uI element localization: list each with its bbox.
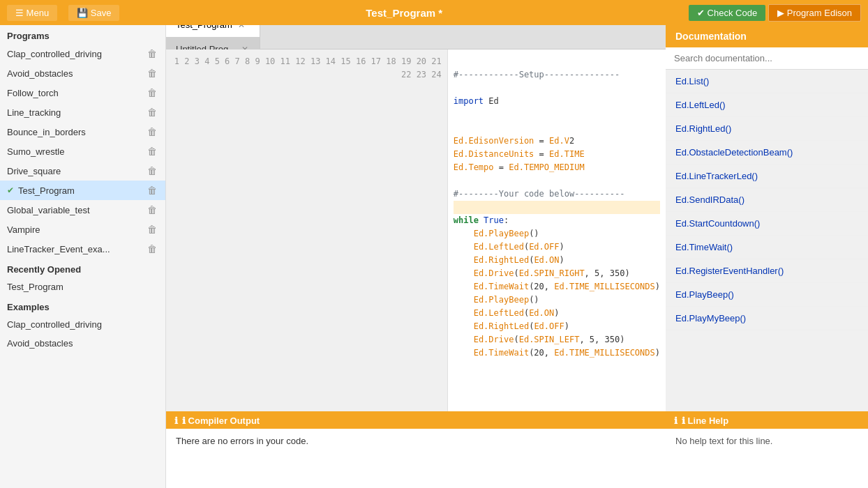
examples-header: Examples bbox=[0, 296, 165, 315]
program-name: Vampire bbox=[7, 224, 40, 235]
examples-list: Clap_controlled_drivingAvoid_obstacles bbox=[0, 315, 165, 353]
sidebar-item-program[interactable]: Vampire 🗑 bbox=[0, 220, 165, 239]
editor-main: 1 2 3 4 5 6 7 8 9 10 11 12 13 14 15 16 1… bbox=[166, 49, 666, 488]
sidebar-item-label: Avoid_obstacles bbox=[7, 68, 73, 79]
sidebar-item-label: LineTracker_Event_exa... bbox=[7, 244, 110, 254]
delete-button[interactable]: 🗑 bbox=[146, 146, 158, 157]
program-name: Line_tracking bbox=[7, 107, 61, 118]
sidebar-item-label: Global_variable_test bbox=[7, 205, 90, 215]
delete-button[interactable]: 🗑 bbox=[146, 87, 158, 98]
sidebar-item-program[interactable]: Avoid_obstacles 🗑 bbox=[0, 63, 165, 83]
tab-close-button[interactable]: ✕ bbox=[237, 25, 246, 30]
topbar: ☰ Menu 💾 Save Test_Program * ✔ Check Cod… bbox=[0, 0, 868, 25]
sidebar-item-program[interactable]: Drive_square 🗑 bbox=[0, 161, 165, 181]
sidebar-item-program[interactable]: Follow_torch 🗑 bbox=[0, 83, 165, 102]
delete-button[interactable]: 🗑 bbox=[146, 204, 158, 215]
run-button[interactable]: ▶ Program Edison bbox=[768, 4, 861, 22]
delete-button[interactable]: 🗑 bbox=[146, 185, 158, 196]
sidebar-item-label: Line_tracking bbox=[7, 107, 61, 118]
example-name: Clap_controlled_driving bbox=[7, 319, 102, 330]
compiler-header-label: ℹ Compiler Output bbox=[182, 415, 260, 426]
program-name: Avoid_obstacles bbox=[7, 68, 73, 79]
delete-button[interactable]: 🗑 bbox=[146, 68, 158, 79]
program-title: Test_Program * bbox=[366, 7, 442, 19]
sidebar-item-example[interactable]: Avoid_obstacles bbox=[0, 334, 165, 353]
sidebar-item-program[interactable]: LineTracker_Event_exa... 🗑 bbox=[0, 239, 165, 259]
documentation-item[interactable]: Ed.LineTrackerLed() bbox=[666, 165, 868, 188]
main-layout: Programs Clap_controlled_driving 🗑 Avoid… bbox=[0, 25, 868, 488]
sidebar-item-label: Follow_torch bbox=[7, 88, 59, 98]
documentation-item[interactable]: Ed.List() bbox=[666, 70, 868, 93]
sidebar: Programs Clap_controlled_driving 🗑 Avoid… bbox=[0, 25, 166, 488]
sidebar-item-program[interactable]: Line_tracking 🗑 bbox=[0, 102, 165, 122]
line-numbers: 1 2 3 4 5 6 7 8 9 10 11 12 13 14 15 16 1… bbox=[166, 49, 448, 411]
program-name: LineTracker_Event_exa... bbox=[7, 244, 110, 254]
documentation-panel: Documentation Ed.List()Ed.LeftLed()Ed.Ri… bbox=[666, 25, 868, 411]
documentation-search[interactable] bbox=[666, 47, 868, 70]
editor-area: Test_Program ✕ Untitled Prog... ✕ 1 2 3 … bbox=[166, 25, 666, 488]
compiler-header: ℹ ℹ Compiler Output bbox=[166, 413, 666, 429]
documentation-list: Ed.List()Ed.LeftLed()Ed.RightLed()Ed.Obs… bbox=[666, 70, 868, 411]
documentation-item[interactable]: Ed.LeftLed() bbox=[666, 93, 868, 117]
sidebar-item-label: Sumo_wrestle bbox=[7, 146, 64, 157]
delete-button[interactable]: 🗑 bbox=[146, 243, 158, 254]
compiler-body: There are no errors in your code. bbox=[166, 429, 666, 488]
sidebar-item-program[interactable]: ✔ Test_Program 🗑 bbox=[0, 181, 165, 200]
documentation-item[interactable]: Ed.RightLed() bbox=[666, 117, 868, 141]
compiler-info-icon: ℹ bbox=[174, 415, 178, 426]
documentation-item[interactable]: Ed.RegisterEventHandler() bbox=[666, 259, 868, 283]
sidebar-item-label: Clap_controlled_driving bbox=[7, 49, 102, 59]
sidebar-item-program[interactable]: Bounce_in_borders 🗑 bbox=[0, 122, 165, 142]
sidebar-item-label: Drive_square bbox=[7, 166, 61, 176]
check-icon: ✔ bbox=[7, 185, 14, 195]
documentation-item[interactable]: Ed.PlayBeep() bbox=[666, 283, 868, 307]
line-help-header: ℹ ℹ Line Help bbox=[666, 413, 868, 429]
recent-name: Test_Program bbox=[7, 282, 63, 292]
program-name: Follow_torch bbox=[7, 88, 59, 98]
documentation-item[interactable]: Ed.PlayMyBeep() bbox=[666, 307, 868, 330]
recently-opened-list: Test_Program bbox=[0, 277, 165, 296]
check-code-button[interactable]: ✔ Check Code bbox=[689, 5, 765, 21]
menu-button[interactable]: ☰ Menu bbox=[7, 5, 57, 21]
program-name: Clap_controlled_driving bbox=[7, 49, 102, 59]
program-name: Drive_square bbox=[7, 166, 61, 176]
documentation-header: Documentation bbox=[666, 25, 868, 47]
save-button[interactable]: 💾 Save bbox=[68, 5, 119, 21]
line-help-label: ℹ Line Help bbox=[682, 415, 728, 426]
delete-button[interactable]: 🗑 bbox=[146, 107, 158, 118]
documentation-item[interactable]: Ed.ObstacleDetectionBeam() bbox=[666, 141, 868, 165]
documentation-item[interactable]: Ed.TimeWait() bbox=[666, 236, 868, 259]
editor-tab[interactable]: Test_Program ✕ bbox=[166, 25, 260, 37]
delete-button[interactable]: 🗑 bbox=[146, 48, 158, 59]
program-name: Test_Program bbox=[18, 185, 75, 196]
tab-label: Test_Program bbox=[176, 25, 232, 30]
line-help-body: No help text for this line. bbox=[666, 429, 868, 488]
code-area[interactable]: 1 2 3 4 5 6 7 8 9 10 11 12 13 14 15 16 1… bbox=[166, 49, 666, 411]
topbar-right: ✔ Check Code ▶ Program Edison bbox=[689, 4, 861, 22]
sidebar-item-recent[interactable]: Test_Program bbox=[0, 277, 165, 296]
topbar-left: ☰ Menu 💾 Save bbox=[7, 5, 119, 21]
program-name: Bounce_in_borders bbox=[7, 127, 86, 137]
programs-list: Clap_controlled_driving 🗑 Avoid_obstacle… bbox=[0, 44, 165, 259]
sidebar-item-program[interactable]: Sumo_wrestle 🗑 bbox=[0, 142, 165, 161]
delete-button[interactable]: 🗑 bbox=[146, 224, 158, 235]
program-name: Sumo_wrestle bbox=[7, 146, 64, 157]
line-help-icon: ℹ bbox=[674, 415, 678, 426]
code-content[interactable]: #------------Setup--------------- import… bbox=[448, 49, 666, 411]
line-help-panel: ℹ ℹ Line Help No help text for this line… bbox=[666, 411, 868, 488]
recently-opened-header: Recently Opened bbox=[0, 259, 165, 277]
sidebar-item-program[interactable]: Global_variable_test 🗑 bbox=[0, 200, 165, 220]
programs-header: Programs bbox=[0, 25, 165, 44]
sidebar-item-example[interactable]: Clap_controlled_driving bbox=[0, 315, 165, 334]
delete-button[interactable]: 🗑 bbox=[146, 165, 158, 176]
documentation-item[interactable]: Ed.StartCountdown() bbox=[666, 212, 868, 236]
sidebar-item-label: Vampire bbox=[7, 224, 40, 235]
tabs-bar: Test_Program ✕ Untitled Prog... ✕ bbox=[166, 25, 666, 49]
delete-button[interactable]: 🗑 bbox=[146, 126, 158, 137]
sidebar-item-label: ✔ Test_Program bbox=[7, 185, 75, 196]
documentation-item[interactable]: Ed.SendIRData() bbox=[666, 188, 868, 212]
line-help-message: No help text for this line. bbox=[675, 436, 772, 446]
sidebar-item-program[interactable]: Clap_controlled_driving 🗑 bbox=[0, 44, 165, 63]
compiler-output: ℹ ℹ Compiler Output There are no errors … bbox=[166, 411, 666, 488]
compiler-message: There are no errors in your code. bbox=[176, 436, 308, 446]
